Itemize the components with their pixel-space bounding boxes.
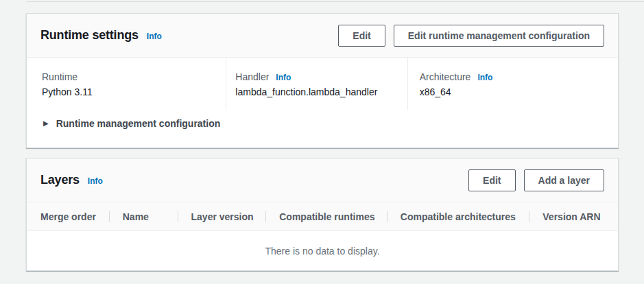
runtime-settings-fields: Runtime Python 3.11 Handler Info lambda_… <box>27 58 618 110</box>
layers-header: Layers Info Edit Add a layer <box>27 158 618 202</box>
runtime-management-configuration-expander-label: Runtime management configuration <box>56 118 221 129</box>
column-header-version-arn: Version ARN <box>529 211 618 222</box>
runtime-settings-header: Runtime settings Info Edit Edit runtime … <box>27 14 618 58</box>
edit-runtime-settings-button[interactable]: Edit <box>338 25 385 47</box>
layers-title: Layers <box>40 173 80 187</box>
handler-field-label: Handler <box>235 71 269 82</box>
lambda-function-configuration-page: Runtime settings Info Edit Edit runtime … <box>0 0 644 284</box>
runtime-settings-title-group: Runtime settings Info <box>40 28 162 43</box>
layers-title-group: Layers Info <box>40 173 103 187</box>
runtime-settings-info-link[interactable]: Info <box>147 32 162 41</box>
column-header-name: Name <box>109 211 178 222</box>
column-header-compatible-architectures: Compatible architectures <box>387 211 529 222</box>
runtime-management-configuration-expander[interactable]: ▶ Runtime management configuration <box>27 110 618 129</box>
layers-card: Layers Info Edit Add a layer Merge order… <box>26 158 619 271</box>
runtime-field-label: Runtime <box>42 71 77 82</box>
column-header-layer-version: Layer version <box>178 211 266 222</box>
edit-layers-button[interactable]: Edit <box>468 169 515 191</box>
layers-table-header-row: Merge order Name Layer version Compatibl… <box>27 202 618 231</box>
runtime-settings-actions: Edit Edit runtime management configurati… <box>338 25 604 47</box>
handler-info-link[interactable]: Info <box>276 73 291 82</box>
runtime-settings-card: Runtime settings Info Edit Edit runtime … <box>26 13 619 148</box>
architecture-field-label: Architecture <box>420 71 471 82</box>
empty-state-message: There is no data to display. <box>265 246 379 257</box>
runtime-field: Runtime Python 3.11 <box>27 58 226 110</box>
runtime-settings-title: Runtime settings <box>40 28 139 43</box>
caret-right-icon: ▶ <box>43 120 49 127</box>
handler-field-value: lambda_function.lambda_handler <box>235 86 407 97</box>
column-header-merge-order: Merge order <box>27 211 109 222</box>
add-a-layer-button[interactable]: Add a layer <box>524 169 604 191</box>
architecture-info-link[interactable]: Info <box>477 73 492 82</box>
layers-table-empty-state: There is no data to display. <box>27 231 618 270</box>
layers-actions: Edit Add a layer <box>468 169 604 191</box>
edit-runtime-management-configuration-button[interactable]: Edit runtime management configuration <box>394 25 604 47</box>
top-divider <box>26 1 644 2</box>
runtime-field-value: Python 3.11 <box>42 86 226 97</box>
architecture-field-value: x86_64 <box>420 86 618 97</box>
architecture-field: Architecture Info x86_64 <box>407 58 618 110</box>
handler-field: Handler Info lambda_function.lambda_hand… <box>226 58 407 110</box>
layers-info-link[interactable]: Info <box>88 176 103 186</box>
column-header-compatible-runtimes: Compatible runtimes <box>265 211 387 222</box>
